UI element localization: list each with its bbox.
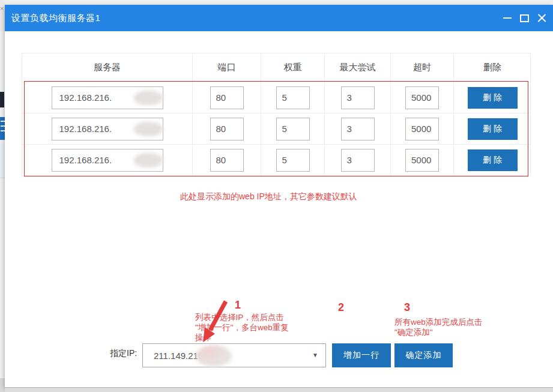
background-fragment: [0, 144, 5, 178]
background-fragment: [0, 378, 5, 392]
annotation-line: "增加一行"，多台web重复: [195, 322, 289, 333]
dialog-titlebar: 设置负载均衡服务器1: [5, 5, 553, 31]
server-cell: [22, 82, 193, 113]
ip-select-value: 211.149.216.: [143, 351, 205, 361]
max-tries-input[interactable]: [341, 86, 375, 109]
timeout-input[interactable]: [405, 149, 439, 172]
maximize-button[interactable]: [516, 5, 533, 31]
header-max-tries: 最大尝试: [325, 53, 391, 82]
weight-input[interactable]: [276, 86, 310, 109]
weight-cell: [261, 113, 325, 144]
screen: × 设置负载均衡服务器1 服务器 端口 权重 最大尝试 超时 删: [0, 0, 553, 392]
load-balancer-dialog: 设置负载均衡服务器1 服务器 端口 权重 最大尝试 超时 删除: [5, 5, 553, 387]
header-weight: 权重: [261, 53, 325, 82]
header-port: 端口: [193, 53, 261, 82]
server-cell: [22, 113, 193, 144]
ip-select[interactable]: 211.149.216. ▼: [142, 343, 326, 367]
server-cell: [22, 145, 193, 175]
max-tries-cell: [325, 82, 391, 113]
server-ip-input[interactable]: [52, 118, 163, 140]
add-row-button[interactable]: 增加一行: [332, 343, 391, 367]
table-header-row: 服务器 端口 权重 最大尝试 超时 删除: [22, 53, 530, 82]
confirm-add-button[interactable]: 确定添加: [394, 343, 453, 367]
maximize-icon: [520, 14, 529, 22]
dialog-title: 设置负载均衡服务器1: [5, 13, 100, 24]
annotation-step3-number: 3: [404, 301, 410, 314]
delete-cell: 删 除: [454, 82, 531, 113]
weight-input[interactable]: [276, 149, 310, 172]
header-timeout: 超时: [391, 53, 454, 82]
dialog-body: 服务器 端口 权重 最大尝试 超时 删除 删 除: [5, 31, 553, 387]
background-close-fragment: ×: [0, 5, 5, 13]
timeout-cell: [391, 145, 454, 175]
max-tries-cell: [325, 113, 391, 144]
annotation-line: 操作: [195, 333, 289, 343]
table-annotation-note: 此处显示添加的web IP地址，其它参数建议默认: [180, 191, 357, 202]
port-input[interactable]: [210, 86, 244, 109]
delete-row-button[interactable]: 删 除: [468, 87, 518, 109]
ip-select-label: 指定IP:: [110, 348, 137, 359]
delete-cell: 删 除: [454, 113, 531, 144]
table-row: 删 除: [22, 113, 530, 144]
annotation-step3-text: 所有web添加完成后点击 "确定添加": [394, 317, 482, 337]
timeout-cell: [391, 82, 454, 113]
annotation-line: "确定添加": [394, 327, 482, 337]
timeout-input[interactable]: [405, 86, 439, 109]
weight-cell: [261, 145, 325, 175]
timeout-input[interactable]: [405, 118, 439, 140]
header-server: 服务器: [22, 53, 193, 82]
annotation-step1-number: 1: [235, 299, 241, 312]
close-icon: [537, 14, 546, 23]
background-window-edge: ×: [0, 0, 5, 392]
weight-cell: [261, 82, 325, 113]
max-tries-input[interactable]: [341, 118, 375, 140]
annotation-line: 所有web添加完成后点击: [394, 317, 482, 327]
dropdown-arrow-icon: ▼: [312, 352, 318, 358]
port-cell: [193, 82, 261, 113]
max-tries-input[interactable]: [341, 149, 375, 172]
server-table: 服务器 端口 权重 最大尝试 超时 删除 删 除: [22, 53, 531, 176]
port-input[interactable]: [210, 149, 244, 172]
max-tries-cell: [325, 145, 391, 175]
delete-row-button[interactable]: 删 除: [468, 149, 518, 171]
port-input[interactable]: [210, 118, 244, 140]
header-delete: 删除: [454, 53, 531, 82]
close-button[interactable]: [533, 5, 551, 31]
window-controls: [498, 5, 551, 31]
background-fragment: [0, 92, 4, 107]
background-fragment: [5, 387, 553, 392]
delete-cell: 删 除: [454, 145, 531, 175]
weight-input[interactable]: [276, 118, 310, 140]
annotation-step1-text: 列表中选择IP，然后点击 "增加一行"，多台web重复 操作: [195, 312, 289, 343]
annotation-step2-number: 2: [338, 301, 344, 314]
annotation-line: 列表中选择IP，然后点击: [195, 312, 289, 322]
port-cell: [193, 113, 261, 144]
minimize-button[interactable]: [498, 5, 516, 31]
table-row: 删 除: [22, 82, 530, 113]
minimize-icon: [503, 17, 512, 19]
port-cell: [193, 145, 261, 175]
server-ip-input[interactable]: [52, 149, 163, 172]
delete-row-button[interactable]: 删 除: [468, 118, 518, 140]
timeout-cell: [391, 113, 454, 144]
table-row: 删 除: [22, 144, 530, 175]
server-ip-input[interactable]: [52, 86, 163, 109]
